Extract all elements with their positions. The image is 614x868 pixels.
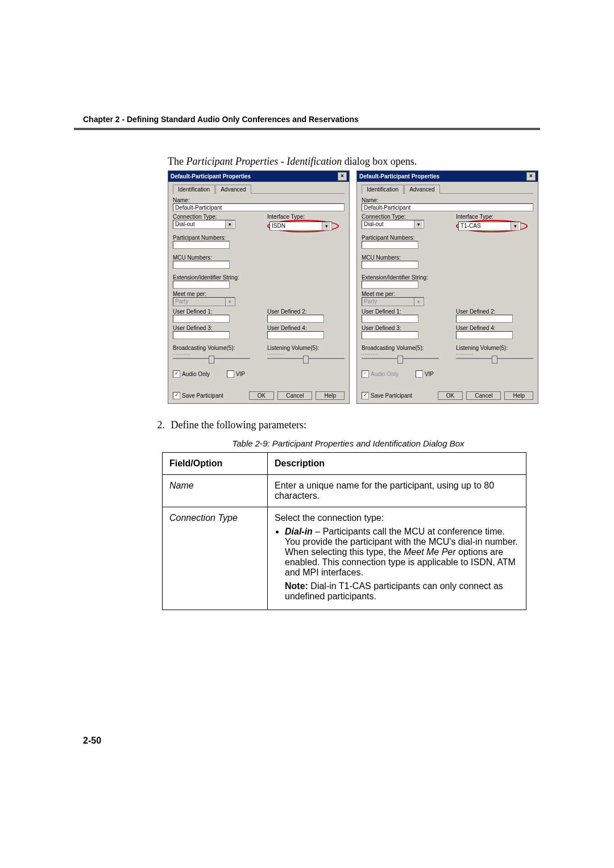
iface-type-select[interactable]: ISDN <box>269 222 332 231</box>
tab-identification[interactable]: Identification <box>173 185 215 194</box>
name-input[interactable]: Default-Participant <box>362 203 533 211</box>
save-participant-checkbox[interactable]: Save Participant <box>173 392 223 399</box>
conn-type-select[interactable]: Dial-out <box>362 220 424 229</box>
note-label: Note: <box>285 581 308 591</box>
tab-identification[interactable]: Identification <box>362 185 404 194</box>
participant-numbers-label: Participant Numbers: <box>173 235 345 241</box>
ext-id-input[interactable] <box>362 281 418 289</box>
list-item: Dial-in – Participants call the MCU at c… <box>285 527 519 602</box>
help-button[interactable]: Help <box>316 391 345 400</box>
step-number: 2. <box>148 419 165 431</box>
broadcast-volume-slider[interactable]: ' ' ' ' ' ' ' ' ' ' ' <box>362 353 439 364</box>
broadcast-volume-label: Broadcasting Volume(5): <box>173 345 250 351</box>
cancel-button[interactable]: Cancel <box>466 391 501 400</box>
vip-label: VIP <box>425 371 434 377</box>
tab-advanced[interactable]: Advanced <box>404 185 439 194</box>
header-rule <box>74 128 540 130</box>
lead-text: Select the connection type: <box>275 513 384 523</box>
ud2-label: User Defined 2: <box>267 308 345 315</box>
tab-strip: Identification Advanced <box>362 184 533 194</box>
step-text: Define the following parameters: <box>171 419 306 431</box>
mcu-numbers-label: MCU Numbers: <box>173 254 345 261</box>
meet-me-select: Party <box>362 297 424 306</box>
intro-suffix: dialog box opens. <box>342 156 417 167</box>
mcu-numbers-input[interactable] <box>173 261 230 269</box>
field-table: Field/Option Description Name Enter a un… <box>162 452 526 610</box>
name-label: Name: <box>173 197 345 203</box>
col-desc: Description <box>268 453 526 475</box>
dialog-title: Default-Participant Properties <box>171 173 251 180</box>
tab-advanced[interactable]: Advanced <box>215 185 251 194</box>
help-button[interactable]: Help <box>504 391 533 400</box>
bullet-term: Dial-in <box>285 527 313 536</box>
ud4-input[interactable] <box>456 331 513 339</box>
name-input[interactable]: Default-Participant <box>173 203 345 211</box>
ud4-label: User Defined 4: <box>267 325 345 331</box>
note-text: Dial-in T1-CAS participants can only con… <box>285 581 503 601</box>
vip-checkbox[interactable]: VIP <box>227 370 245 378</box>
checkbox-icon <box>362 370 369 378</box>
audio-only-label: Audio Only <box>371 371 399 377</box>
cell-field: Connection Type <box>163 507 268 610</box>
ud3-input[interactable] <box>362 331 418 339</box>
close-icon[interactable]: × <box>338 172 347 181</box>
table-row: Name Enter a unique name for the partici… <box>163 475 526 507</box>
ok-button[interactable]: OK <box>249 391 274 400</box>
participant-numbers-input[interactable] <box>173 241 230 249</box>
cancel-button[interactable]: Cancel <box>277 391 312 400</box>
ud1-input[interactable] <box>173 315 230 323</box>
highlight-circle: T1-CAS <box>456 220 528 232</box>
dialog-screenshots: Default-Participant Properties × Identif… <box>168 170 538 404</box>
mcu-numbers-input[interactable] <box>362 261 418 269</box>
ext-id-input[interactable] <box>173 281 230 289</box>
dialog-left: Default-Participant Properties × Identif… <box>168 170 350 404</box>
save-participant-checkbox[interactable]: Save Participant <box>362 392 412 399</box>
listening-volume-slider[interactable]: ' ' ' ' ' ' ' ' ' ' ' <box>267 353 345 364</box>
audio-only-checkbox[interactable]: Audio Only <box>173 370 210 378</box>
broadcast-volume-label: Broadcasting Volume(5): <box>362 345 439 351</box>
conn-type-label: Connection Type: <box>173 214 250 220</box>
ud4-input[interactable] <box>267 331 324 339</box>
col-field: Field/Option <box>163 453 268 475</box>
vip-checkbox[interactable]: VIP <box>416 370 434 378</box>
ok-button[interactable]: OK <box>438 391 463 400</box>
checkbox-icon <box>173 392 180 399</box>
listening-volume-label: Listening Volume(5): <box>267 345 345 351</box>
listening-volume-label: Listening Volume(5): <box>456 345 533 351</box>
broadcast-volume-slider[interactable]: ' ' ' ' ' ' ' ' ' ' ' <box>173 353 250 364</box>
close-icon[interactable]: × <box>526 172 536 181</box>
ud4-label: User Defined 4: <box>456 325 533 331</box>
iface-type-select[interactable]: T1-CAS <box>458 222 521 231</box>
dialog-title-bar: Default-Participant Properties × <box>357 171 538 182</box>
participant-numbers-label: Participant Numbers: <box>362 235 533 241</box>
bullet-italic: Meet Me Per <box>404 547 456 557</box>
iface-type-label: Interface Type: <box>267 214 345 220</box>
ud3-input[interactable] <box>173 331 230 339</box>
cell-desc: Select the connection type: Dial-in – Pa… <box>268 507 526 610</box>
checkbox-icon <box>173 370 180 378</box>
mcu-numbers-label: MCU Numbers: <box>362 254 533 261</box>
ud2-input[interactable] <box>267 315 324 323</box>
table-header-row: Field/Option Description <box>163 453 526 475</box>
meet-me-select: Party <box>173 297 235 306</box>
dialog-right: Default-Participant Properties × Identif… <box>356 170 538 404</box>
iface-type-label: Interface Type: <box>456 214 533 220</box>
participant-numbers-input[interactable] <box>362 241 418 249</box>
checkbox-icon <box>362 392 369 399</box>
dialog-title-bar: Default-Participant Properties × <box>168 171 349 182</box>
save-participant-label: Save Participant <box>371 393 412 399</box>
tab-strip: Identification Advanced <box>173 184 345 194</box>
page-number: 2-50 <box>83 736 101 746</box>
ud1-label: User Defined 1: <box>173 308 250 315</box>
ud2-input[interactable] <box>456 315 513 323</box>
highlight-circle: ISDN <box>267 220 339 232</box>
ud2-label: User Defined 2: <box>456 308 533 315</box>
conn-type-select[interactable]: Dial-out <box>173 220 235 229</box>
listening-volume-slider[interactable]: ' ' ' ' ' ' ' ' ' ' ' <box>456 353 533 364</box>
meet-me-label: Meet me per: <box>362 291 533 297</box>
intro-dialog-name: Participant Properties - Identification <box>186 156 342 167</box>
ext-id-label: Extension/Identifier String: <box>173 274 345 281</box>
ud1-input[interactable] <box>362 315 418 323</box>
audio-only-label: Audio Only <box>182 371 210 377</box>
step-2: 2. Define the following parameters: <box>148 419 306 431</box>
